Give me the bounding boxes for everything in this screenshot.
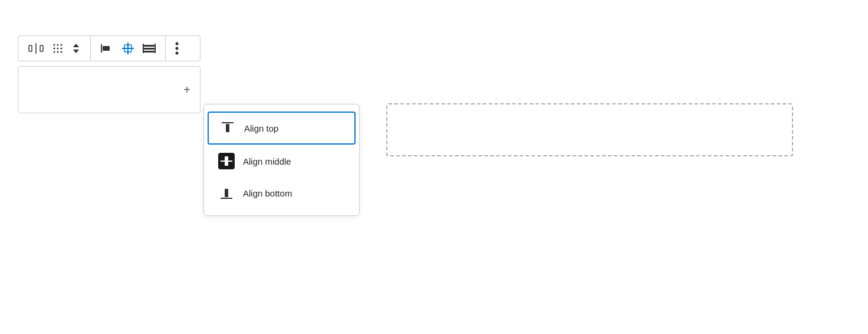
svg-point-7 bbox=[57, 48, 59, 50]
more-options-button[interactable] bbox=[174, 41, 180, 56]
svg-marker-13 bbox=[73, 50, 79, 53]
sort-button[interactable] bbox=[70, 42, 82, 55]
toolbar-row-1 bbox=[18, 35, 200, 61]
align-bottom-icon bbox=[218, 185, 235, 201]
align-middle-icon bbox=[218, 153, 235, 169]
svg-point-26 bbox=[176, 52, 179, 55]
menu-item-align-top[interactable]: Align top bbox=[208, 112, 356, 145]
svg-rect-28 bbox=[226, 124, 229, 132]
align-top-icon bbox=[219, 120, 236, 136]
align-justify-button[interactable] bbox=[142, 42, 157, 55]
svg-rect-19 bbox=[144, 45, 154, 47]
svg-point-11 bbox=[61, 51, 63, 53]
svg-point-4 bbox=[57, 44, 59, 46]
svg-point-25 bbox=[176, 47, 179, 50]
menu-item-align-middle-label: Align middle bbox=[243, 156, 291, 166]
svg-marker-12 bbox=[73, 44, 79, 47]
distribute-horizontal-button[interactable] bbox=[27, 41, 45, 56]
menu-item-align-bottom-label: Align bottom bbox=[243, 188, 292, 198]
toolbar-group-distribute bbox=[18, 36, 91, 61]
align-left-button[interactable] bbox=[99, 42, 114, 55]
svg-rect-21 bbox=[144, 51, 154, 53]
menu-item-align-bottom[interactable]: Align bottom bbox=[208, 178, 356, 208]
alignment-dropdown: Align top Align middle Align bottom bbox=[203, 104, 360, 216]
svg-point-3 bbox=[54, 44, 55, 46]
svg-point-5 bbox=[61, 44, 63, 46]
svg-rect-0 bbox=[29, 45, 32, 51]
svg-rect-33 bbox=[225, 189, 228, 197]
svg-rect-1 bbox=[40, 45, 43, 51]
svg-point-8 bbox=[61, 48, 63, 50]
svg-point-24 bbox=[176, 42, 179, 45]
toolbar-group-align bbox=[91, 36, 166, 61]
menu-item-align-middle[interactable]: Align middle bbox=[208, 146, 356, 176]
svg-point-10 bbox=[57, 51, 59, 53]
svg-point-6 bbox=[54, 48, 55, 50]
grid-button[interactable] bbox=[51, 42, 64, 55]
toolbar-group-more bbox=[166, 36, 188, 61]
svg-point-9 bbox=[54, 51, 55, 53]
content-row: + bbox=[18, 66, 200, 113]
content-box: + bbox=[18, 66, 200, 113]
align-center-button[interactable] bbox=[120, 41, 136, 56]
dashed-placeholder-box bbox=[386, 103, 793, 156]
add-item-button[interactable]: + bbox=[180, 83, 194, 97]
svg-rect-20 bbox=[144, 48, 154, 50]
toolbar-area: + bbox=[18, 35, 200, 113]
svg-rect-15 bbox=[103, 46, 110, 51]
menu-item-align-top-label: Align top bbox=[244, 123, 278, 133]
